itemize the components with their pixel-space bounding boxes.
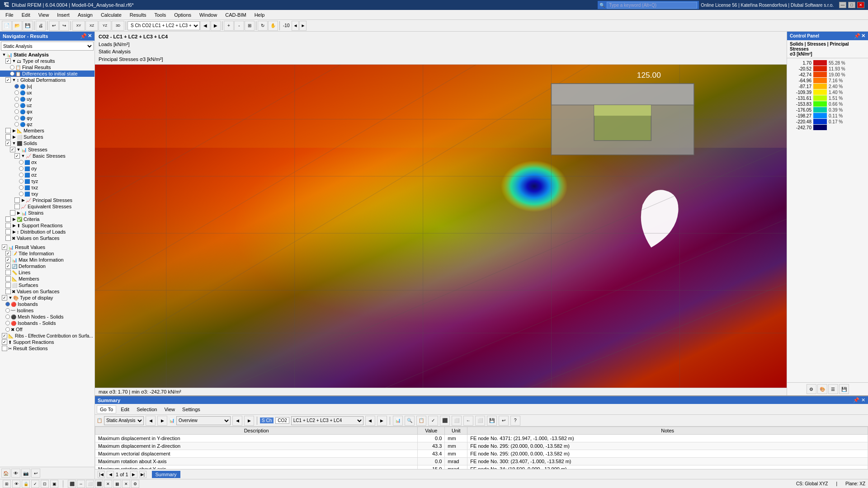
cp-close-btn[interactable]: ✕ <box>861 33 865 39</box>
isobands-radio[interactable] <box>5 302 10 306</box>
prev-page-btn[interactable]: ◀ <box>107 471 114 478</box>
nav-solids[interactable]: ▼ ⬛ Solids <box>0 140 94 146</box>
off-radio[interactable] <box>5 327 10 332</box>
surfaces-checkbox[interactable] <box>5 134 11 140</box>
nav-principal-stresses[interactable]: ▶ 📈 Principal Stresses <box>0 197 94 203</box>
nav-static-analysis[interactable]: ▼ 📊 Static Analysis <box>0 52 94 58</box>
nav-lines-display[interactable]: 📏 Lines <box>0 269 94 276</box>
nav-ux[interactable]: 🔵 ux <box>0 89 94 96</box>
tauxz-radio[interactable] <box>19 185 24 190</box>
stresses-checkbox[interactable] <box>10 147 15 152</box>
nav-phi-y[interactable]: 🔵 φy <box>0 115 94 121</box>
sum-btn4[interactable]: ✓ <box>428 416 438 426</box>
summary-pin-btn[interactable]: 📌 <box>853 397 859 403</box>
sigmay-radio[interactable] <box>19 166 24 171</box>
print-btn[interactable]: 🖨 <box>36 21 46 31</box>
next-load[interactable]: ▶ <box>211 21 221 31</box>
cp-colors-btn[interactable]: 🎨 <box>817 384 827 394</box>
sigmaz-radio[interactable] <box>19 173 24 177</box>
result-values-checkbox[interactable] <box>2 244 7 250</box>
summary-tab-active[interactable]: Summary <box>152 471 180 478</box>
cp-save-btn[interactable]: 💾 <box>839 384 849 394</box>
viewport-3d[interactable]: 125.00 <box>95 65 787 388</box>
nav-equivalent-stresses[interactable]: 📈 Equivalent Stresses <box>0 203 94 210</box>
support-reactions-checkbox[interactable] <box>5 223 11 228</box>
view-xy[interactable]: XY <box>72 21 85 31</box>
menu-calculate[interactable]: Calculate <box>97 11 125 19</box>
nav-phi-z[interactable]: 🔵 φz <box>0 121 94 127</box>
sb-btn5[interactable]: ⊡ <box>41 480 49 488</box>
nav-surfaces[interactable]: ▶ ⬜ Surfaces <box>0 134 94 140</box>
menu-view[interactable]: View <box>35 11 53 19</box>
sum-btn10[interactable]: ↩ <box>499 416 509 426</box>
menu-insert[interactable]: Insert <box>53 11 73 19</box>
close-button[interactable]: ✕ <box>857 2 864 8</box>
sb-btn2[interactable]: 👁 <box>12 480 20 488</box>
summary-tab-view[interactable]: View <box>161 406 178 413</box>
load-combo[interactable]: S Ch CO2 LC1 + LC2 + LC3 + LC4 <box>127 21 200 30</box>
nav-uy[interactable]: 🔵 uy <box>0 96 94 102</box>
menu-options[interactable]: Options <box>170 11 195 19</box>
ux-radio[interactable] <box>14 90 19 95</box>
phiz-radio[interactable] <box>14 122 19 127</box>
sb-btn1[interactable]: ⊞ <box>3 480 11 488</box>
lines-checkbox[interactable] <box>5 270 11 275</box>
nav-isobands[interactable]: 🔴 Isobands <box>0 301 94 307</box>
sum-lc-prev[interactable]: ◀ <box>365 416 375 426</box>
nav-camera-btn[interactable]: 📷 <box>21 469 30 478</box>
members-display-checkbox[interactable] <box>5 276 11 282</box>
summary-tab-settings[interactable]: Settings <box>179 406 203 413</box>
nav-strains[interactable]: ▶ 📊 Strains <box>0 210 94 216</box>
nav-result-sections[interactable]: ✂ Result Sections <box>0 345 94 352</box>
nav-members-display[interactable]: 📐 Members <box>0 276 94 282</box>
isolines-radio[interactable] <box>5 308 10 313</box>
criteria-checkbox[interactable] <box>5 216 11 222</box>
last-page-btn[interactable]: ▶| <box>139 471 146 478</box>
nav-type-display[interactable]: ▼ 🎨 Type of display <box>0 295 94 301</box>
zoom-slider[interactable]: ◄ <box>292 21 299 31</box>
sum-btn5[interactable]: ⬛ <box>440 416 450 426</box>
type-results-checkbox[interactable] <box>5 58 11 64</box>
sb-node-btn[interactable]: ⬛ <box>68 480 76 488</box>
nav-deformation-display[interactable]: 🔄 Deformation <box>0 263 94 269</box>
menu-results[interactable]: Results <box>126 11 150 19</box>
nav-title-info[interactable]: 📝 Title Information <box>0 250 94 257</box>
nav-differences[interactable]: 📋 Differences to initial state <box>0 70 94 77</box>
nav-phi-x[interactable]: 🔵 φx <box>0 108 94 115</box>
nav-mesh-nodes-solids[interactable]: ⚫ Mesh Nodes - Solids <box>0 314 94 320</box>
minimize-button[interactable]: — <box>839 2 846 8</box>
zoom-in[interactable]: + <box>224 21 234 31</box>
dist-loads-checkbox[interactable] <box>5 229 11 235</box>
final-results-radio[interactable] <box>10 65 14 70</box>
redo-btn[interactable]: ↪ <box>59 21 69 31</box>
nav-result-values[interactable]: 📊 Result Values <box>0 244 94 250</box>
sum-lc-next[interactable]: ▶ <box>377 416 387 426</box>
cp-list-btn[interactable]: ☰ <box>828 384 838 394</box>
sb-btn4[interactable]: ✓ <box>31 480 39 488</box>
pan-btn[interactable]: ✋ <box>268 21 278 31</box>
nav-off[interactable]: ✖ Off <box>0 326 94 333</box>
nav-tau-xy[interactable]: 🟦 τxy <box>0 191 94 197</box>
summary-tab-edit[interactable]: Edit <box>118 406 132 413</box>
zoom-out[interactable]: - <box>234 21 244 31</box>
undo-btn[interactable]: ↩ <box>49 21 59 31</box>
nav-maxmin-info[interactable]: 📊 Max Min Information <box>0 257 94 263</box>
nav-u-abs[interactable]: 🔵 |u| <box>0 83 94 89</box>
sb-cross-btn[interactable]: ✕ <box>104 480 112 488</box>
new-btn[interactable]: 📄 <box>2 21 12 31</box>
nav-arrow-btn[interactable]: ↩ <box>31 469 40 478</box>
nav-surfaces-display[interactable]: ⬜ Surfaces <box>0 282 94 288</box>
nav-close-btn[interactable]: ✕ <box>88 33 92 39</box>
support-reactions-display-checkbox[interactable] <box>2 339 7 345</box>
sum-btn8[interactable]: ⬜ <box>475 416 485 426</box>
sb-member-btn[interactable]: ↔ <box>77 480 85 488</box>
sum-btn3[interactable]: 📋 <box>416 416 426 426</box>
type-display-checkbox[interactable] <box>2 295 7 300</box>
mesh-nodes-radio[interactable] <box>5 314 10 319</box>
nav-tau-xz[interactable]: 🟦 τxz <box>0 184 94 191</box>
sb-settings-btn[interactable]: ⚙ <box>131 480 139 488</box>
summary-tab-selection[interactable]: Selection <box>134 406 160 413</box>
view-xz[interactable]: XZ <box>85 21 98 31</box>
nav-values-surfaces-display[interactable]: ✖ Values on Surfaces <box>0 288 94 295</box>
rotate-btn[interactable]: ↻ <box>258 21 268 31</box>
